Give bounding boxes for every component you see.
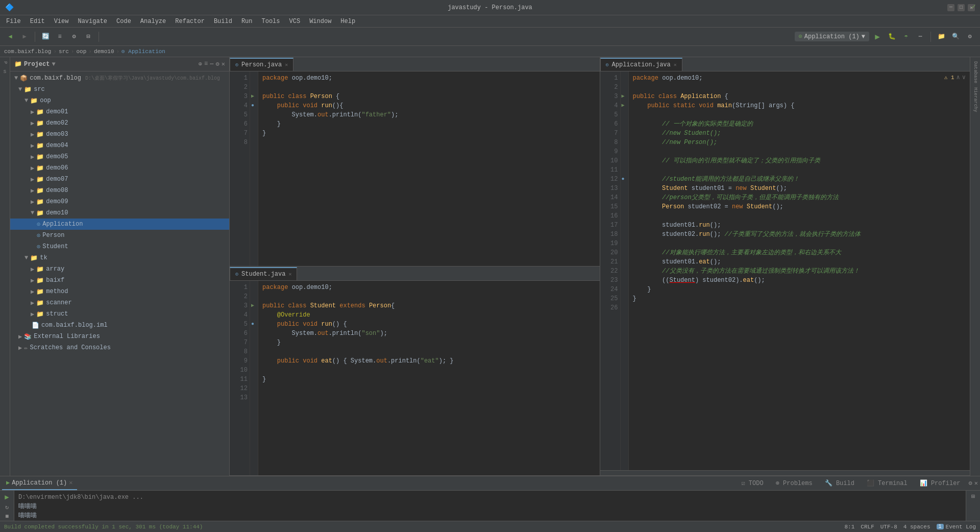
tree-demo07[interactable]: ▶ 📁 demo07 [10, 174, 229, 185]
menu-help[interactable]: Help [336, 17, 359, 26]
tab-terminal[interactable]: ⬛ Terminal [863, 477, 912, 490]
settings-proj-icon[interactable]: ⚙ [216, 60, 219, 68]
tree-src[interactable]: ▼ 📁 src [10, 84, 229, 95]
application-tab-close[interactable]: ✕ [674, 62, 677, 68]
menu-window[interactable]: Window [305, 17, 335, 26]
collapse-button[interactable]: ⊟ [82, 31, 94, 43]
tree-person[interactable]: ⊙ Person [10, 230, 229, 241]
settings-run-icon[interactable]: ⚙ [969, 479, 972, 487]
breadcrumb-item-3[interactable]: oop [76, 49, 86, 55]
tree-demo10[interactable]: ▼ 📁 demo10 [10, 207, 229, 219]
tree-array[interactable]: ▶ 📁 array [10, 263, 229, 275]
indent-info[interactable]: 4 spaces [903, 524, 930, 530]
minimize-button[interactable]: ─ [947, 4, 954, 11]
search-everywhere-button[interactable]: 🔍 [949, 31, 962, 43]
application-hscrollbar[interactable] [600, 470, 970, 475]
database-icon[interactable]: Database [971, 61, 979, 83]
tree-scratches[interactable]: ▶ ✏ Scratches and Consoles [10, 342, 229, 353]
tree-struct[interactable]: ▶ 📁 struct [10, 308, 229, 320]
menu-vcs[interactable]: VCS [285, 17, 305, 26]
run-stop-icon[interactable]: ■ [5, 513, 9, 520]
structure-button[interactable]: ≡ [54, 31, 66, 43]
structure-icon[interactable]: S [1, 68, 9, 76]
hierarchy-icon[interactable]: Hierarchy [971, 87, 979, 112]
tree-demo01[interactable]: ▶ 📁 demo01 [10, 106, 229, 117]
tree-demo04[interactable]: ▶ 📁 demo04 [10, 140, 229, 151]
expand-icon[interactable]: ⊞ [971, 493, 975, 500]
breadcrumb-item-4[interactable]: demo10 [94, 49, 114, 55]
breadcrumb-item-1[interactable]: com.baixf.blog [4, 49, 51, 55]
settings-button[interactable]: ⚙ [68, 31, 80, 43]
application-code[interactable]: package oop.demo10; public class Applica… [629, 71, 970, 470]
maximize-button[interactable]: □ [958, 4, 965, 11]
breadcrumb-item-5[interactable]: ⊙ Application [121, 48, 165, 55]
tree-oop[interactable]: ▼ 📁 oop [10, 95, 229, 106]
run-rerun-icon[interactable]: ↻ [5, 503, 9, 511]
tab-todo[interactable]: ☑ TODO [737, 477, 767, 490]
menu-navigate[interactable]: Navigate [74, 17, 111, 26]
close-panel-icon[interactable]: ✕ [974, 479, 978, 487]
hide-icon[interactable]: ✕ [222, 60, 225, 68]
menu-view[interactable]: View [50, 17, 73, 26]
cursor-position[interactable]: 8:1 [845, 524, 855, 530]
tab-person-java[interactable]: ⊙ Person.java ✕ [230, 58, 293, 71]
tree-root[interactable]: ▼ 📦 com.baixf.blog D:\桌面\寒假学习\Java\javas… [10, 72, 229, 84]
settings-main-button[interactable]: ⚙ [964, 31, 976, 43]
menu-analyze[interactable]: Analyze [136, 17, 170, 26]
menu-edit[interactable]: Edit [26, 17, 49, 26]
menu-build[interactable]: Build [210, 17, 236, 26]
tab-profiler[interactable]: 📊 Profiler [916, 477, 965, 490]
student-code[interactable]: package oop.demo10; public class Student… [258, 281, 600, 475]
tree-external-libs[interactable]: ▶ 📚 External Libraries [10, 331, 229, 342]
run-tab-close[interactable]: ✕ [69, 479, 72, 487]
dots-icon[interactable]: ⋯ [210, 60, 213, 68]
forward-button[interactable]: ▶ [18, 31, 31, 43]
debug-button[interactable]: 🐛 [886, 31, 898, 43]
person-editor-content[interactable]: 1 2 3 4 5 6 7 8 ▶ [230, 71, 600, 266]
breadcrumb-item-2[interactable]: src [59, 49, 69, 55]
student-editor-content[interactable]: 1 2 3 4 5 6 7 8 9 10 11 12 13 [230, 281, 600, 475]
tree-tk[interactable]: ▼ 📁 tk [10, 252, 229, 263]
run-config-selector[interactable]: ⊙ Application (1) ▼ [795, 32, 869, 41]
menu-tools[interactable]: Tools [258, 17, 284, 26]
tab-student-java[interactable]: ⊙ Student.java ✕ [230, 267, 297, 280]
person-tab-close[interactable]: ✕ [285, 62, 288, 68]
menu-refactor[interactable]: Refactor [171, 17, 209, 26]
line-separator[interactable]: CRLF [861, 524, 874, 530]
encoding[interactable]: UTF-8 [880, 524, 897, 530]
tree-scanner[interactable]: ▶ 📁 scanner [10, 297, 229, 308]
tree-method[interactable]: ▶ 📁 method [10, 286, 229, 297]
tree-iml[interactable]: 📄 com.baixf.blog.iml [10, 320, 229, 331]
locate-icon[interactable]: ⊕ [199, 60, 202, 68]
sync-button[interactable]: 🔄 [39, 31, 52, 43]
application-editor-content[interactable]: 1 2 3 4 5 6 7 8 9 10 11 12 13 14 [600, 71, 970, 470]
menu-code[interactable]: Code [112, 17, 135, 26]
tab-problems[interactable]: ⊗ Problems [772, 477, 817, 490]
back-button[interactable]: ◀ [4, 31, 16, 43]
person-code[interactable]: package oop.demo10; public class Person … [258, 71, 600, 266]
tree-demo02[interactable]: ▶ 📁 demo02 [10, 117, 229, 129]
tree-demo03[interactable]: ▶ 📁 demo03 [10, 129, 229, 140]
tree-application[interactable]: ⊙ Application [10, 219, 229, 230]
collapse-all-icon[interactable]: ≡ [204, 60, 208, 68]
tree-demo05[interactable]: ▶ 📁 demo05 [10, 151, 229, 162]
student-tab-close[interactable]: ✕ [288, 271, 291, 277]
build-status[interactable]: Build completed successfully in 1 sec, 3… [4, 524, 203, 530]
project-icon[interactable]: P [0, 61, 10, 64]
tree-demo08[interactable]: ▶ 📁 demo08 [10, 185, 229, 196]
menu-run[interactable]: Run [237, 17, 257, 26]
tree-demo09[interactable]: ▶ 📁 demo09 [10, 196, 229, 207]
dropdown-icon[interactable]: ▼ [52, 61, 55, 68]
tab-run[interactable]: ▶ Application (1) ✕ [2, 477, 77, 490]
menu-file[interactable]: File [2, 17, 25, 26]
tab-application-java[interactable]: ⊙ Application.java ✕ [600, 58, 682, 71]
tree-baixf[interactable]: ▶ 📁 baixf [10, 275, 229, 286]
project-files-button[interactable]: 📁 [935, 31, 947, 43]
coverage-button[interactable]: ☂ [900, 31, 912, 43]
tree-demo06[interactable]: ▶ 📁 demo06 [10, 162, 229, 174]
more-button[interactable]: ⋯ [914, 31, 926, 43]
event-log-badge[interactable]: 1 Event Log [937, 524, 976, 530]
run-button[interactable]: ▶ [871, 31, 884, 43]
run-play-icon[interactable]: ▶ [5, 493, 9, 501]
tab-build[interactable]: 🔧 Build [821, 477, 859, 490]
